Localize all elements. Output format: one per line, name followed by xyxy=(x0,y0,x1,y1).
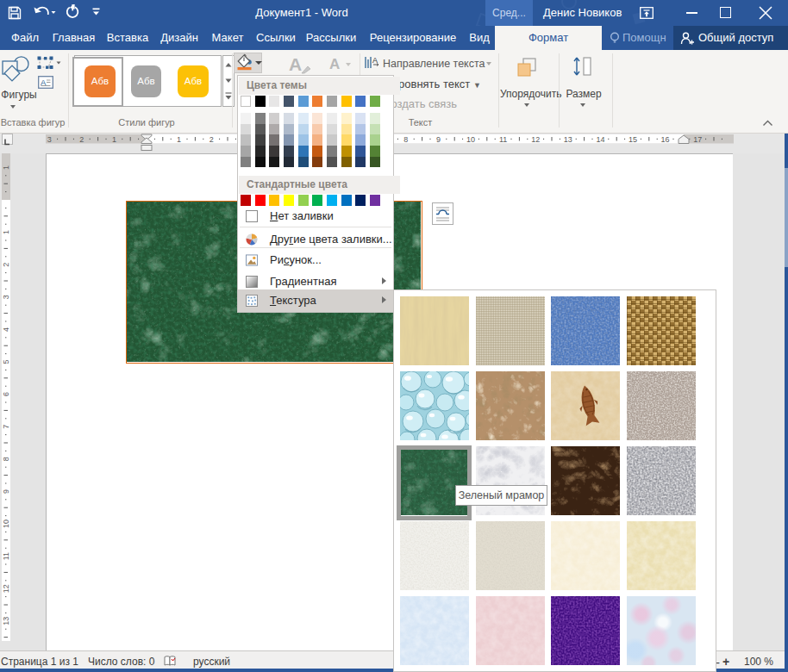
svg-text:1: 1 xyxy=(112,135,116,144)
svg-text:11: 11 xyxy=(2,552,10,560)
svg-text:17: 17 xyxy=(693,135,702,144)
svg-text:8: 8 xyxy=(403,135,408,144)
svg-text:14: 14 xyxy=(596,135,604,144)
svg-text:10: 10 xyxy=(2,520,10,528)
svg-text:6: 6 xyxy=(2,392,10,396)
svg-text:13: 13 xyxy=(2,617,10,625)
svg-text:1: 1 xyxy=(2,165,10,170)
svg-text:10: 10 xyxy=(466,135,475,144)
svg-text:1: 1 xyxy=(2,230,10,234)
svg-text:9: 9 xyxy=(436,135,441,144)
svg-text:4: 4 xyxy=(2,327,10,332)
svg-text:1: 1 xyxy=(177,135,181,144)
svg-text:2: 2 xyxy=(2,263,10,267)
svg-text:A: A xyxy=(41,78,47,87)
svg-text:16: 16 xyxy=(661,135,670,144)
svg-text:8: 8 xyxy=(2,457,10,461)
svg-text:12: 12 xyxy=(2,584,10,593)
svg-text:11: 11 xyxy=(499,135,507,144)
svg-text:3: 3 xyxy=(47,135,52,144)
svg-text:9: 9 xyxy=(2,489,10,494)
svg-text:5: 5 xyxy=(2,359,10,364)
svg-text:2: 2 xyxy=(210,135,214,144)
svg-text:13: 13 xyxy=(564,135,572,144)
svg-text:3: 3 xyxy=(2,295,10,299)
svg-text:2: 2 xyxy=(79,135,84,144)
svg-text:7: 7 xyxy=(2,425,10,429)
svg-text:12: 12 xyxy=(531,135,540,144)
svg-text:15: 15 xyxy=(629,135,637,144)
